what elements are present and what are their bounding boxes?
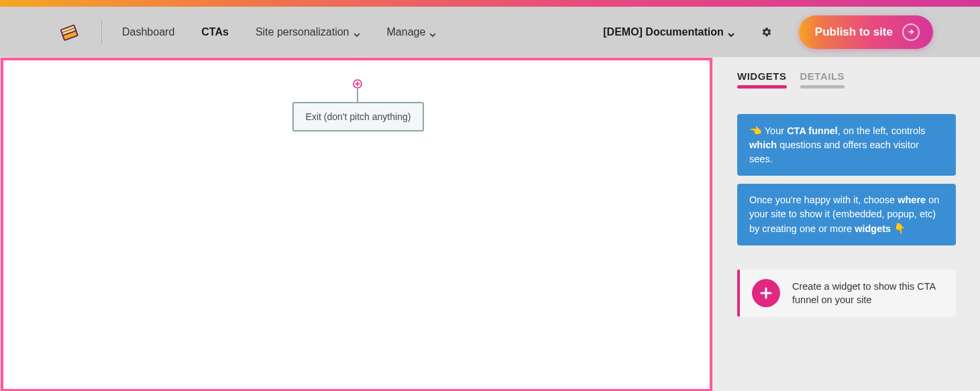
project-selector[interactable]: [DEMO] Documentation: [603, 26, 734, 38]
nav-site-personalization[interactable]: Site personalization: [256, 26, 360, 38]
info-text-bold: which: [749, 139, 777, 150]
tab-details[interactable]: DETAILS: [800, 70, 845, 87]
logo[interactable]: [57, 20, 81, 44]
node-connector: [357, 89, 358, 102]
publish-button-label: Publish to site: [815, 25, 893, 39]
sidebar: WIDGETS DETAILS 👈 Your CTA funnel, on th…: [713, 57, 980, 391]
info-text-bold: widgets: [855, 223, 891, 234]
add-node-button[interactable]: [353, 79, 362, 89]
create-widget-label: Create a widget to show this CTA funnel …: [792, 280, 944, 307]
create-widget-button[interactable]: Create a widget to show this CTA funnel …: [737, 270, 956, 317]
tab-widgets[interactable]: WIDGETS: [737, 70, 787, 87]
nav-ctas[interactable]: CTAs: [201, 26, 229, 38]
header-divider: [101, 20, 102, 44]
plus-icon: [752, 279, 780, 307]
project-selector-label: [DEMO] Documentation: [603, 26, 724, 38]
topbar: Dashboard CTAs Site personalization Mana…: [0, 7, 980, 57]
chevron-down-icon: [353, 29, 360, 36]
chevron-down-icon: [429, 29, 436, 36]
funnel-canvas[interactable]: Exit (don't pitch anything): [1, 58, 712, 391]
main-nav: Dashboard CTAs Site personalization Mana…: [122, 26, 436, 38]
info-text: , on the left, controls: [838, 125, 926, 136]
publish-button[interactable]: Publish to site: [799, 15, 933, 49]
nav-manage-label: Manage: [387, 26, 426, 38]
gear-icon[interactable]: [761, 27, 772, 38]
nav-site-personalization-label: Site personalization: [256, 26, 349, 38]
nav-dashboard[interactable]: Dashboard: [122, 26, 174, 38]
info-text-bold: where: [897, 194, 926, 205]
info-text: Once you're happy with it, choose: [749, 194, 895, 205]
info-text: Your: [765, 125, 784, 136]
topbar-right: [DEMO] Documentation Publish to site: [603, 15, 933, 49]
funnel-exit-node[interactable]: Exit (don't pitch anything): [292, 102, 424, 131]
info-card-where: Once you're happy with it, choose where …: [737, 184, 956, 245]
point-left-icon: 👈: [749, 125, 762, 136]
point-down-icon: 👇: [893, 223, 906, 234]
chevron-down-icon: [728, 29, 734, 36]
nav-manage[interactable]: Manage: [387, 26, 437, 38]
sidebar-tabs: WIDGETS DETAILS: [737, 70, 956, 87]
funnel-node-label: Exit (don't pitch anything): [306, 111, 411, 122]
info-card-funnel: 👈 Your CTA funnel, on the left, controls…: [737, 114, 956, 176]
canvas-wrapper: Exit (don't pitch anything): [0, 57, 713, 391]
arrow-right-icon: [902, 23, 920, 41]
content: Exit (don't pitch anything) WIDGETS DETA…: [0, 57, 980, 391]
top-gradient-bar: [0, 0, 980, 7]
info-text-bold: CTA funnel: [787, 125, 838, 136]
